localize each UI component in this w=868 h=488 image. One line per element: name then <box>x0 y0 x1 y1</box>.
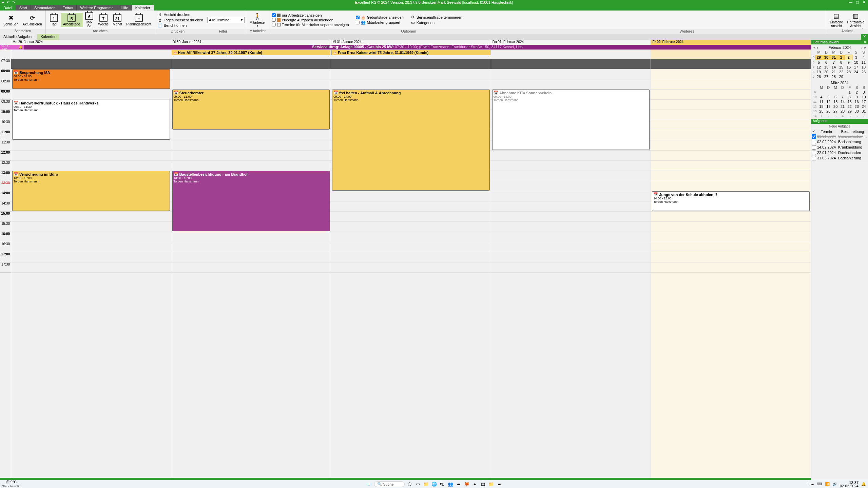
allday-thu[interactable] <box>491 50 651 59</box>
weather-widget[interactable]: ⛈9°C Stark bewölkt <box>0 481 20 488</box>
birthday-kaiser[interactable]: 🎂 Frau Erna Kaiser wird 75 Jahre, 31.01.… <box>331 50 490 55</box>
view-mosa-button[interactable]: 6 Mo- Sa <box>82 11 96 28</box>
event-besprechung[interactable]: 📅Besprechung MA 08:00 - 09:00 Torben Han… <box>12 69 170 89</box>
horizontal-view-button[interactable]: ▥ Horizontale Ansicht <box>845 11 866 28</box>
service-order-bar[interactable]: ab 2. Jan. 🔔 Serviceauftrag: Anlage 0000… <box>0 45 811 50</box>
task-checkbox[interactable] <box>812 156 816 160</box>
view-workdays-button[interactable]: 5 Arbeitstage <box>61 13 83 27</box>
event-abnahme[interactable]: 📅Abnahme KiTa Sonnenschein 09:00 - 12:00… <box>492 90 650 150</box>
tb-folder-icon[interactable]: 📁 <box>488 481 494 487</box>
allday-fri[interactable] <box>651 50 811 59</box>
menu-hilfe[interactable]: Hilfe <box>117 5 132 11</box>
tray-wifi-icon[interactable]: 📶 <box>825 482 830 486</box>
print-view-button[interactable]: 🖨Ansicht drucken <box>156 12 205 17</box>
day-header-wed[interactable]: Mi 31. Januar 2024 <box>331 40 491 45</box>
opt-birthdays-checkbox[interactable]: 🎂Geburtstage anzeigen <box>354 15 405 20</box>
allday-wed[interactable]: 🎂 Frau Erna Kaiser wird 75 Jahre, 31.01.… <box>331 50 491 59</box>
day-header-thu[interactable]: Do 01. Februar 2024 <box>491 40 651 45</box>
day-header-tue[interactable]: Di 30. Januar 2024 <box>171 40 331 45</box>
allday-tue[interactable]: 🎂 Herr Alf Rilke wird 37 Jahre, 30.01.19… <box>171 50 331 59</box>
opt-categories-button[interactable]: 🏷Kategorien <box>409 20 464 25</box>
menu-datei[interactable]: Datei <box>0 5 16 11</box>
task-row[interactable]: 22.01.2024Dachschaden <box>811 151 868 156</box>
tray-volume-icon[interactable]: 🔊 <box>832 482 837 486</box>
tb-app4-icon[interactable]: ▰ <box>496 481 502 487</box>
opt-serviceorders-button[interactable]: ⚙Serviceaufträge terminieren <box>409 15 464 20</box>
tb-teams-icon[interactable]: 👥 <box>447 481 454 487</box>
tray-notifications-icon[interactable]: 🔔 <box>861 482 866 486</box>
task-row[interactable]: 14.02.2024Krankmeldung <box>811 145 868 151</box>
close-button[interactable]: ✖ Schließen <box>1 13 20 27</box>
day-col-thu[interactable]: 📅Abnahme KiTa Sonnenschein 09:00 - 12:00… <box>491 59 651 478</box>
event-jungs[interactable]: 📅Jungs von der Schule abholen!!! 14:00 -… <box>652 191 810 211</box>
mini-calendar-feb[interactable]: «‹ Februar 2024 ›» MDMDFSS 52930311234 6… <box>811 44 868 80</box>
allday-mon[interactable] <box>11 50 171 59</box>
tb-firefox-icon[interactable]: 🦊 <box>464 481 470 487</box>
menu-extras[interactable]: Extras <box>59 5 77 11</box>
mini-calendar-mar[interactable]: März 2024 MDMDFSS 9123 1045678910 111112… <box>811 80 868 119</box>
tray-lang-icon[interactable]: ⌨ <box>817 482 822 486</box>
event-freihalten[interactable]: 📅frei halten - Aufmaß & Abrechnung 09:00… <box>332 90 490 191</box>
filter-dropdown[interactable]: Alle Termine ▾ <box>207 17 245 23</box>
simple-view-button[interactable]: ▤ Einfache Ansicht <box>828 11 845 28</box>
tb-copilot-icon[interactable]: ⬡ <box>407 481 413 487</box>
tray-chevron-icon[interactable]: ˆ <box>806 482 808 486</box>
event-baustelle[interactable]: 📅Baustellenbesichtigung - am Brandhof 13… <box>172 171 330 231</box>
view-planning-button[interactable]: ≡ Planungsansicht <box>124 13 153 27</box>
next-month-icon[interactable]: » <box>863 45 867 50</box>
close-icon[interactable]: ✕ <box>864 40 867 44</box>
tb-taskview-icon[interactable]: ▭ <box>415 481 421 487</box>
day-col-fri[interactable]: 📅Jungs von der Schule abholen!!! 14:00 -… <box>651 59 811 478</box>
prev-icon[interactable]: ‹ <box>816 45 819 50</box>
refresh-button[interactable]: ⟳ Aktualisieren <box>20 13 44 27</box>
collapse-ribbon-icon[interactable]: ˆ <box>862 28 867 33</box>
task-checkbox[interactable] <box>812 151 816 155</box>
day-col-mon[interactable]: 📅Besprechung MA 08:00 - 09:00 Torben Han… <box>11 59 171 478</box>
tab-kalender[interactable]: Kalender <box>37 34 59 40</box>
new-task-button[interactable]: Neue Aufgabe <box>811 124 868 129</box>
view-week-button[interactable]: 7 Woche <box>96 13 111 27</box>
minimize-icon[interactable]: — <box>849 0 853 4</box>
opt-workhours-checkbox[interactable]: nur Arbeitszeit anzeigen <box>271 13 350 18</box>
tb-app2-icon[interactable]: ● <box>472 481 478 487</box>
menu-stammdaten[interactable]: Stammdaten <box>31 5 59 11</box>
day-header-mon[interactable]: Mo 29. Januar 2024 <box>11 40 171 45</box>
view-month-button[interactable]: 31 Monat <box>111 13 124 27</box>
tray-onedrive-icon[interactable]: ☁ <box>810 482 814 486</box>
birthday-rilke[interactable]: 🎂 Herr Alf Rilke wird 37 Jahre, 30.01.19… <box>172 50 331 55</box>
view-day-button[interactable]: 1 Tag <box>47 13 61 27</box>
tb-app1-icon[interactable]: ▰ <box>456 481 462 487</box>
day-header-fri[interactable]: Fr 02. Februar 2024 <box>651 40 811 45</box>
task-checkbox[interactable] <box>812 134 816 139</box>
open-report-button[interactable]: 📄Bericht öffnen <box>156 23 205 28</box>
search-input[interactable]: 🔍 Suche <box>374 481 405 487</box>
redo-icon[interactable]: ↷ <box>12 0 16 4</box>
close-tab-icon[interactable]: ✕ <box>861 34 868 40</box>
clock[interactable]: 13:37 02.02.2024 <box>840 481 859 488</box>
employees-button[interactable]: 🚶 Mitarbeiter ▾ <box>248 12 268 28</box>
task-row[interactable]: 02.02.2024Badsanierung <box>811 140 868 145</box>
close-icon[interactable]: ✕ <box>863 0 867 4</box>
opt-grouped-checkbox[interactable]: 👥Mitarbeiter gruppiert <box>354 20 405 25</box>
tb-app3-icon[interactable]: ▤ <box>480 481 486 487</box>
undo-icon[interactable]: ↶ <box>7 0 11 4</box>
tab-aktuelle-aufgaben[interactable]: Aktuelle Aufgaben <box>0 34 37 40</box>
next-icon[interactable]: › <box>861 45 863 50</box>
opt-separate-checkbox[interactable]: Termine für Mitarbeiter separat anzeigen <box>271 22 350 27</box>
menu-kalender[interactable]: Kalender <box>132 5 154 11</box>
start-button[interactable]: ⊞ <box>366 481 372 487</box>
tb-edge-icon[interactable]: 🌐 <box>431 481 437 487</box>
task-checkbox[interactable] <box>812 145 816 150</box>
task-row[interactable]: 31.03.2024Badsanierung <box>811 156 868 161</box>
prev-month-icon[interactable]: « <box>813 45 816 50</box>
event-versicherung[interactable]: 📅Versicherung im Büro 13:00 - 15:00 Torb… <box>12 171 170 211</box>
task-row[interactable]: 31.01.2024Sturmschaden angucken <box>811 134 868 140</box>
event-handwerker[interactable]: 📅Handwerkerfrühstück - Haus des Handwerk… <box>12 100 170 140</box>
opt-completed-checkbox[interactable]: erledigte Aufgaben ausblenden <box>271 18 350 22</box>
maximize-icon[interactable]: ▢ <box>856 0 860 4</box>
task-checkbox[interactable] <box>812 140 816 144</box>
day-col-wed[interactable]: 📅frei halten - Aufmaß & Abrechnung 09:00… <box>331 59 491 478</box>
print-daily-button[interactable]: 🖨Tagesübersicht drucken <box>156 17 205 23</box>
day-col-tue[interactable]: 📅Steuerberater 09:00 - 11:00 Torben Hans… <box>171 59 331 478</box>
menu-weitere[interactable]: Weitere Programme <box>77 5 117 11</box>
